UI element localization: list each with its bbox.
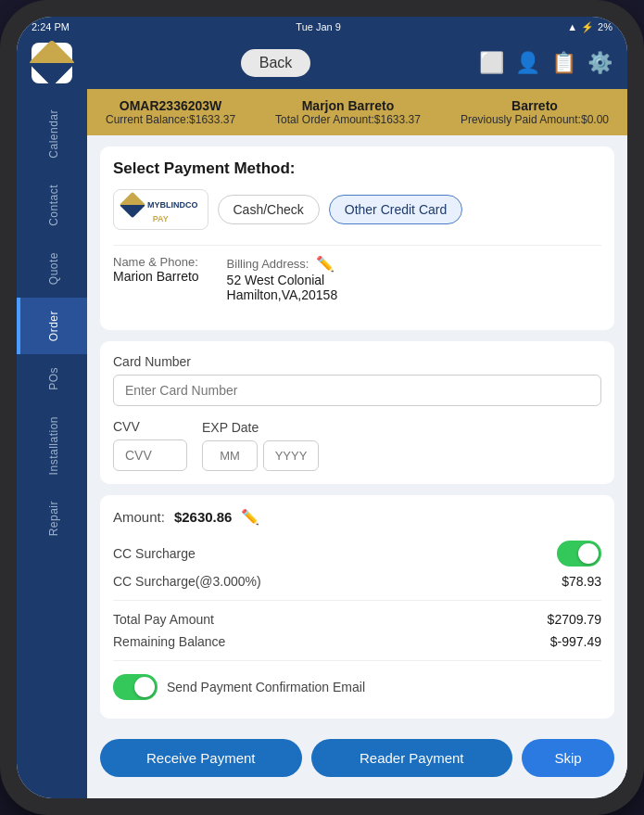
battery-percent: 2%	[598, 21, 612, 32]
wifi-icon: ▲	[567, 21, 577, 32]
email-confirmation-row: Send Payment Confirmation Email	[113, 669, 601, 706]
status-bar: 2:24 PM Tue Jan 9 ▲ ⚡ 2%	[17, 17, 627, 37]
settings-icon[interactable]: ⚙️	[587, 51, 612, 75]
payment-method-section: Select Payment Method: MYBLINDCO PAY	[100, 146, 614, 330]
exp-inputs-row	[202, 440, 319, 471]
status-time: 2:24 PM	[32, 21, 69, 32]
edit-amount-icon[interactable]: ✏️	[241, 508, 259, 526]
exp-group: EXP Date	[202, 420, 319, 471]
billing-info-row: Name & Phone: Marion Barreto Billing Add…	[113, 245, 601, 312]
bottom-buttons-row: Receive Payment Reader Payment Skip	[87, 730, 627, 790]
top-nav: Back ⬜ 👤 📋 ⚙️	[17, 37, 627, 89]
payment-section-title: Select Payment Method:	[113, 159, 601, 178]
previously-paid-value: $0.00	[581, 113, 609, 126]
previously-paid-row: Previously Paid Amount:$0.00	[461, 113, 609, 126]
sidebar-item-installation[interactable]: Installation	[17, 403, 87, 488]
sidebar-item-quote[interactable]: Quote	[17, 239, 87, 298]
myblindco-pay-logo[interactable]: MYBLINDCO PAY	[113, 189, 208, 230]
current-balance-value: $1633.37	[189, 113, 235, 126]
cc-surcharge-detail-row: CC Surcharge(@3.000%) $78.93	[113, 570, 601, 592]
sidebar: Calendar Contact Quote Order POs Install…	[17, 89, 87, 798]
cvv-label: CVV	[113, 419, 187, 434]
exp-date-label: EXP Date	[202, 420, 319, 435]
cash-check-button[interactable]: Cash/Check	[218, 195, 320, 224]
last-name-col: Barreto Previously Paid Amount:$0.00	[461, 98, 609, 126]
order-id: OMAR2336203W	[120, 98, 222, 113]
toggle-slider-email	[113, 674, 158, 700]
customer-name-col: Marjon Barreto Total Order Amount:$1633.…	[275, 98, 421, 126]
card-number-input[interactable]	[113, 375, 601, 406]
total-order-value: $1633.37	[374, 113, 421, 126]
sidebar-item-contact[interactable]: Contact	[17, 172, 87, 239]
logo-diamond	[29, 40, 76, 87]
header-info-bar: OMAR2336203W Current Balance:$1633.37 Ma…	[87, 89, 627, 135]
back-button[interactable]: Back	[241, 49, 311, 77]
edit-billing-icon[interactable]: ✏️	[316, 255, 335, 273]
current-balance-label: Current Balance:	[106, 113, 189, 126]
divider-2	[113, 660, 601, 661]
exp-month-input[interactable]	[202, 440, 258, 471]
cc-surcharge-toggle[interactable]	[557, 541, 601, 567]
email-confirmation-label: Send Payment Confirmation Email	[167, 680, 365, 694]
myblindco-text: MYBLINDCO	[147, 200, 198, 210]
card-form-section: Card Number CVV EXP Date	[100, 341, 614, 484]
pay-text: PAY	[153, 214, 169, 223]
email-confirmation-toggle[interactable]	[113, 674, 158, 700]
total-order-label: Total Order Amount:	[275, 113, 374, 126]
remaining-balance-label: Remaining Balance	[113, 634, 225, 649]
amount-label: Amount:	[113, 509, 165, 525]
cvv-input[interactable]	[113, 439, 187, 471]
report-icon[interactable]: 📋	[551, 51, 576, 75]
cc-surcharge-label: CC Surcharge	[113, 546, 196, 561]
name-phone-label: Name & Phone:	[113, 255, 199, 269]
amount-value: $2630.86	[174, 509, 233, 525]
reader-payment-button[interactable]: Reader Payment	[311, 739, 513, 777]
remaining-balance-row: Remaining Balance $-997.49	[113, 630, 601, 653]
status-date: Tue Jan 9	[296, 21, 341, 32]
cc-surcharge-detail-label: CC Surcharge(@3.000%)	[113, 574, 261, 589]
previously-paid-label: Previously Paid Amount:	[461, 113, 581, 126]
cvv-exp-row: CVV EXP Date	[113, 419, 601, 471]
last-name: Barreto	[511, 98, 558, 113]
current-balance-row: Current Balance:$1633.37	[106, 113, 235, 126]
address-line2: Hamilton,VA,20158	[227, 287, 601, 302]
toggle-slider-surcharge	[557, 541, 601, 567]
exp-year-input[interactable]	[263, 440, 319, 471]
total-pay-value: $2709.79	[548, 612, 601, 627]
sidebar-item-repair[interactable]: Repair	[17, 488, 87, 549]
pages-icon[interactable]: ⬜	[479, 51, 504, 75]
name-phone-value: Marion Barreto	[113, 269, 199, 284]
skip-button[interactable]: Skip	[522, 739, 614, 777]
remaining-balance-value: $-997.49	[550, 634, 601, 649]
cc-surcharge-detail-value: $78.93	[562, 574, 601, 589]
sidebar-item-pos[interactable]: POs	[17, 354, 87, 403]
cvv-group: CVV	[113, 419, 187, 471]
customer-name: Marjon Barreto	[302, 98, 395, 113]
name-phone-col: Name & Phone: Marion Barreto	[113, 255, 199, 302]
total-pay-label: Total Pay Amount	[113, 612, 214, 627]
sidebar-item-calendar[interactable]: Calendar	[17, 96, 87, 172]
total-order-row: Total Order Amount:$1633.37	[275, 113, 421, 126]
app-logo	[32, 43, 72, 83]
total-pay-row: Total Pay Amount $2709.79	[113, 608, 601, 630]
order-id-col: OMAR2336203W Current Balance:$1633.37	[106, 98, 235, 126]
address-line1: 52 West Colonial	[227, 273, 601, 287]
payment-summary-section: Amount: $2630.86 ✏️ CC Surcharge CC Surc…	[100, 495, 614, 719]
payment-methods-row: MYBLINDCO PAY Cash/Check Other Credit Ca…	[113, 189, 601, 230]
other-credit-card-button[interactable]: Other Credit Card	[329, 195, 462, 224]
receive-payment-button[interactable]: Receive Payment	[100, 739, 302, 777]
battery-icon: ⚡	[581, 21, 594, 33]
billing-address-label: Billing Address:	[227, 257, 309, 271]
add-contact-icon[interactable]: 👤	[515, 51, 540, 75]
content-area: OMAR2336203W Current Balance:$1633.37 Ma…	[87, 89, 627, 798]
cc-surcharge-row: CC Surcharge	[113, 537, 601, 570]
nav-icons: ⬜ 👤 📋 ⚙️	[479, 51, 612, 75]
card-number-label: Card Number	[113, 354, 601, 369]
billing-address-col: Billing Address: ✏️ 52 West Colonial Ham…	[227, 255, 601, 302]
divider-1	[113, 600, 601, 601]
amount-row: Amount: $2630.86 ✏️	[113, 508, 601, 526]
sidebar-item-order[interactable]: Order	[17, 298, 87, 354]
